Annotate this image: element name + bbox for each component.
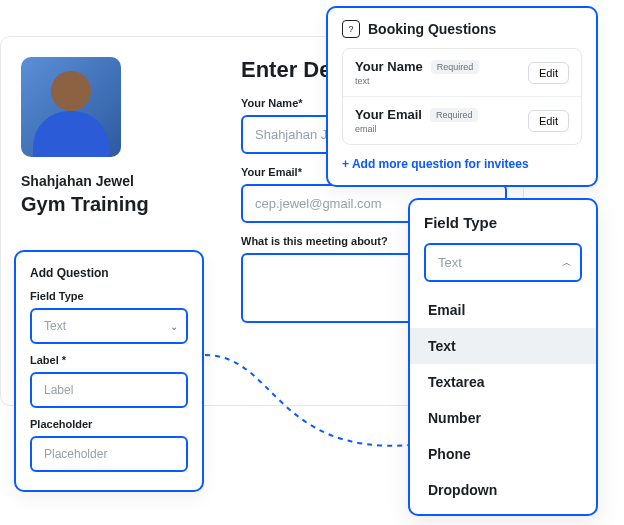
booking-questions-title: Booking Questions xyxy=(368,21,496,37)
question-icon: ? xyxy=(342,20,360,38)
field-type-select[interactable]: Text xyxy=(424,243,582,282)
field-type-title: Field Type xyxy=(424,214,582,231)
bq-item-type: email xyxy=(355,124,478,134)
aq-field-type-select[interactable]: Text xyxy=(30,308,188,344)
add-question-link[interactable]: + Add more question for invitees xyxy=(342,157,582,171)
bq-item-title: Your Name xyxy=(355,59,423,74)
avatar xyxy=(21,57,121,157)
field-type-options: Email Text Textarea Number Phone Dropdow… xyxy=(410,292,596,508)
add-question-title: Add Question xyxy=(30,266,188,280)
field-type-option-number[interactable]: Number xyxy=(410,400,596,436)
booking-question-row: Your Name Required text Edit xyxy=(343,49,581,97)
field-type-option-phone[interactable]: Phone xyxy=(410,436,596,472)
required-badge: Required xyxy=(430,108,479,122)
booking-question-row: Your Email Required email Edit xyxy=(343,97,581,144)
field-type-panel: Field Type Text ︿ Email Text Textarea Nu… xyxy=(408,198,598,516)
bq-item-title: Your Email xyxy=(355,107,422,122)
field-type-option-email[interactable]: Email xyxy=(410,292,596,328)
aq-placeholder-label: Placeholder xyxy=(30,418,188,430)
add-question-panel: Add Question Field Type Text ⌄ Label * L… xyxy=(14,250,204,492)
required-badge: Required xyxy=(431,60,480,74)
aq-label-input[interactable]: Label xyxy=(30,372,188,408)
field-type-option-dropdown[interactable]: Dropdown xyxy=(410,472,596,508)
booking-questions-panel: ? Booking Questions Your Name Required t… xyxy=(326,6,598,187)
aq-field-type-label: Field Type xyxy=(30,290,188,302)
bq-item-type: text xyxy=(355,76,479,86)
aq-placeholder-input[interactable]: Placeholder xyxy=(30,436,188,472)
chevron-up-icon: ︿ xyxy=(562,256,572,270)
booking-questions-list: Your Name Required text Edit Your Email … xyxy=(342,48,582,145)
field-type-option-textarea[interactable]: Textarea xyxy=(410,364,596,400)
edit-button[interactable]: Edit xyxy=(528,62,569,84)
edit-button[interactable]: Edit xyxy=(528,110,569,132)
aq-label-label: Label * xyxy=(30,354,188,366)
chevron-down-icon: ⌄ xyxy=(170,321,178,332)
field-type-option-text[interactable]: Text xyxy=(410,328,596,364)
